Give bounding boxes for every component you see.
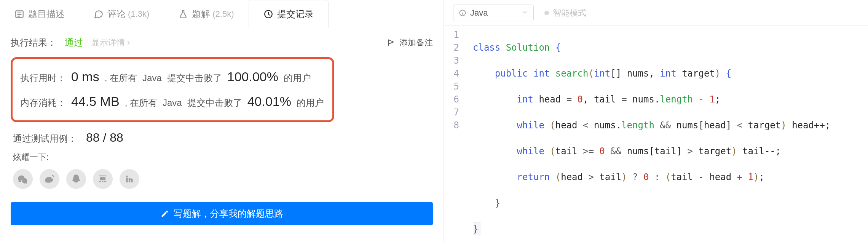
show-detail-link[interactable]: 显示详情 › [91,37,130,48]
flag-icon [387,38,396,47]
code-line: public int search(int[] nums, int target… [473,67,830,80]
chevron-down-icon [521,8,528,18]
memory-label: 内存消耗： [20,94,66,112]
runtime-label: 执行用时： [20,69,66,87]
tabs: 题目描述 评论 (1.3k) 题解 (2.5k) 提交记录 [0,0,444,28]
memory-beat-pre: 提交中击败了 [187,94,242,112]
share-row: 炫耀一下: [13,152,431,189]
code-line: class Solution { [473,41,830,54]
dot-icon [544,11,549,15]
clock-icon [263,9,273,19]
tab-submission-records[interactable]: 提交记录 [249,0,329,28]
info-icon [459,9,466,17]
testcases-value: 88 / 88 [86,131,123,145]
runtime-beat-pre: 提交中击败了 [167,69,222,87]
chevron-right-icon: › [127,38,130,48]
memory-value: 44.5 MB [71,89,120,114]
tab-label: 评论 [107,8,126,20]
write-solution-button[interactable]: 写题解，分享我的解题思路 [11,202,433,225]
cta-label: 写题解，分享我的解题思路 [174,208,283,220]
result-label: 执行结果： [11,37,56,49]
result-status: 通过 [65,37,83,49]
line-number: 6 [444,93,459,106]
code-line: return (head > tail) ? 0 : (tail - head … [473,171,830,184]
runtime-beat-suf: 的用户 [284,69,311,87]
code-content[interactable]: class Solution { public int search(int[]… [466,26,830,243]
douban-icon[interactable] [93,169,113,189]
flask-icon [178,9,188,19]
right-pane: Java 智能模式 1 2 3 4 5 6 7 8 class Solution… [444,0,868,243]
language-select[interactable]: Java [453,5,534,21]
testcases-label: 通过测试用例： [13,133,77,145]
runtime-sep: , 在所有 [105,69,137,87]
list-icon [14,9,24,19]
tab-label: 题目描述 [28,8,65,20]
editor-mode[interactable]: 智能模式 [544,7,586,19]
stats-box: 执行用时： 0 ms , 在所有 Java 提交中击败了 100.00% 的用户… [11,57,334,122]
line-number: 8 [444,119,459,132]
wechat-icon[interactable] [13,169,33,189]
memory-lang: Java [163,94,182,112]
language-label: Java [470,8,488,18]
runtime-pct: 100.00% [227,64,278,89]
mode-label: 智能模式 [553,7,586,19]
runtime-row: 执行用时： 0 ms , 在所有 Java 提交中击败了 100.00% 的用户 [20,64,325,89]
line-number: 3 [444,54,459,67]
memory-pct: 40.01% [247,89,291,114]
tab-count: (2.5k) [212,9,234,19]
tab-label: 提交记录 [277,8,314,20]
tab-count: (1.3k) [128,9,149,19]
line-number: 4 [444,67,459,80]
qq-icon[interactable] [66,169,86,189]
code-line: } [473,197,830,209]
add-note-label: 添加备注 [399,37,433,48]
result-header: 执行结果： 通过 显示详情 › 添加备注 [11,37,433,49]
tab-solutions[interactable]: 题解 (2.5k) [164,0,248,28]
line-number: 7 [444,106,459,119]
code-editor[interactable]: 1 2 3 4 5 6 7 8 class Solution { public … [444,26,868,243]
show-detail-label: 显示详情 [91,37,125,48]
comment-icon [94,9,104,19]
share-icons [13,169,431,189]
line-number: 5 [444,80,459,93]
runtime-value: 0 ms [71,64,99,89]
tab-label: 题解 [192,8,210,20]
runtime-lang: Java [142,69,162,87]
pencil-icon [161,209,169,218]
tab-comments[interactable]: 评论 (1.3k) [79,0,164,28]
memory-row: 内存消耗： 44.5 MB , 在所有 Java 提交中击败了 40.01% 的… [20,89,325,114]
line-number: 2 [444,41,459,54]
linkedin-icon[interactable] [120,169,139,189]
code-line: } [473,222,830,235]
weibo-icon[interactable] [40,169,59,189]
code-line: while (head < nums.length && nums[head] … [473,119,830,132]
tab-description[interactable]: 题目描述 [0,0,79,28]
line-gutter: 1 2 3 4 5 6 7 8 [444,26,466,243]
testcases-row: 通过测试用例： 88 / 88 [13,131,431,145]
editor-toolbar: Java 智能模式 [444,0,868,26]
line-number: 1 [444,28,459,41]
code-line: int head = 0, tail = nums.length - 1; [473,93,830,106]
memory-sep: , 在所有 [125,94,157,112]
left-pane: 题目描述 评论 (1.3k) 题解 (2.5k) 提交记录 执行结果： 通过 [0,0,444,243]
result-area: 执行结果： 通过 显示详情 › 添加备注 执行用时： 0 ms , 在所有 Ja… [0,28,444,202]
memory-beat-suf: 的用户 [297,94,324,112]
add-note-button[interactable]: 添加备注 [387,37,433,48]
code-line: while (tail >= 0 && nums[tail] > target)… [473,145,830,158]
share-label: 炫耀一下: [13,152,431,163]
